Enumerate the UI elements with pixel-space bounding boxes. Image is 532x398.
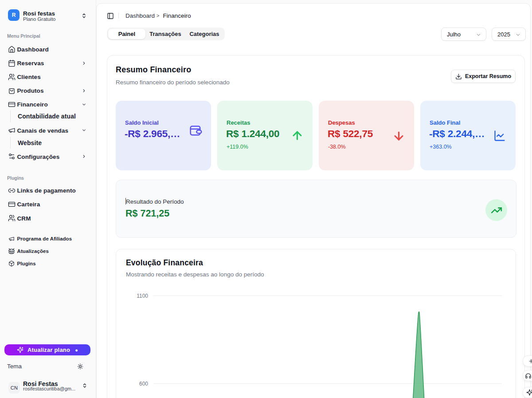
svg-text:1100: 1100: [137, 293, 148, 299]
svg-text:600: 600: [139, 381, 148, 387]
